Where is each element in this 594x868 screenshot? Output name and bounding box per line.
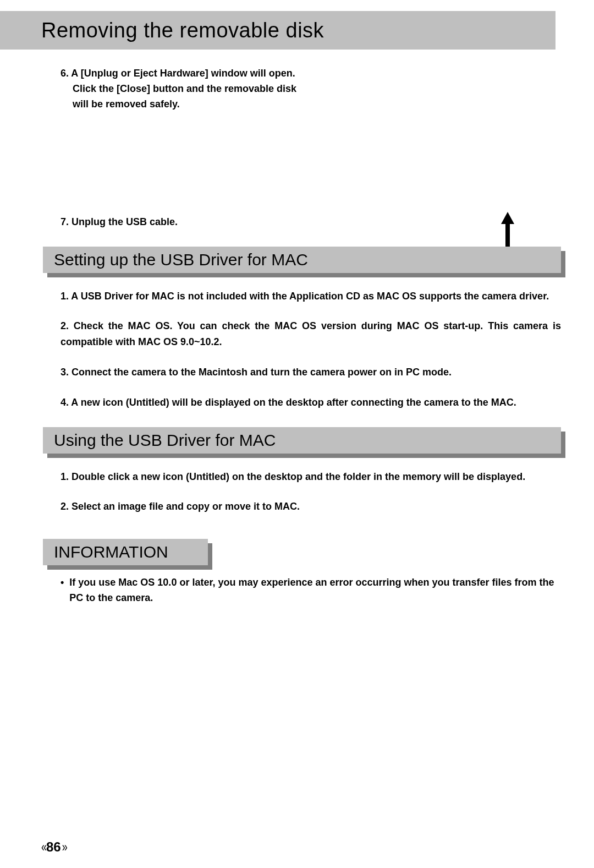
section2-item-2: 2. Select an image file and copy or move… — [61, 499, 561, 515]
step-6-line1: 6. A [Unplug or Eject Hardware] window w… — [61, 66, 556, 81]
section-1-banner: Setting up the USB Driver for MAC — [43, 247, 561, 273]
section-2-title: Using the USB Driver for MAC — [54, 431, 276, 450]
chevron-right-icon: » — [62, 839, 66, 854]
info-banner: INFORMATION — [43, 539, 208, 565]
step-6-line3: will be removed safely. — [61, 97, 556, 112]
section1-item-4: 4. A new icon (Untitled) will be display… — [61, 395, 561, 411]
arrow-up-icon — [500, 212, 515, 250]
page-number-value: 86 — [46, 839, 61, 855]
step-6: 6. A [Unplug or Eject Hardware] window w… — [61, 66, 556, 112]
step-6-line2: Click the [Close] button and the removab… — [61, 81, 556, 97]
page-title: Removing the removable disk — [41, 19, 324, 42]
section2-item-1: 1. Double click a new icon (Untitled) on… — [61, 469, 561, 485]
section1-item-3: 3. Connect the camera to the Macintosh a… — [61, 364, 561, 380]
section-1-title: Setting up the USB Driver for MAC — [54, 250, 308, 269]
page-title-bar: Removing the removable disk — [0, 11, 556, 50]
chevron-left-icon: « — [41, 839, 45, 854]
bullet-icon: • — [61, 575, 64, 606]
section1-item-1: 1. A USB Driver for MAC is not included … — [61, 288, 561, 304]
section-2-banner: Using the USB Driver for MAC — [43, 427, 561, 454]
info-item: • If you use Mac OS 10.0 or later, you m… — [61, 575, 561, 606]
section1-item-2: 2. Check the MAC OS. You can check the M… — [61, 318, 561, 350]
info-text: If you use Mac OS 10.0 or later, you may… — [69, 575, 561, 606]
info-title: INFORMATION — [54, 543, 168, 561]
page-number: « 86 » — [41, 839, 66, 855]
step-7: 7. Unplug the USB cable. — [61, 215, 556, 230]
